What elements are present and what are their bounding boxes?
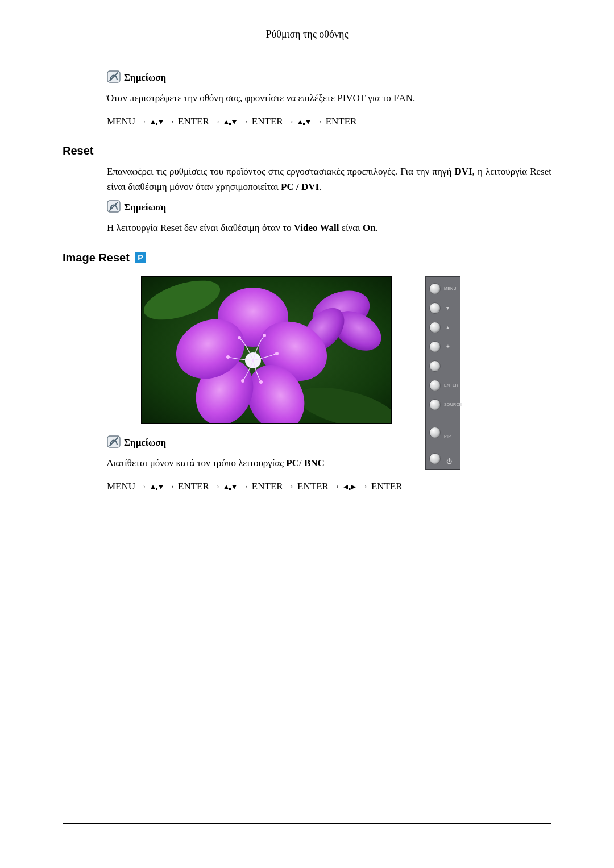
menu-button[interactable] (429, 283, 441, 294)
page: Ρύθμιση της οθόνης Σημείωση Όταν περιστρ… (0, 0, 614, 868)
pivot-nav-sequence: MENU → → ENTER → → ENTER → → ENTER (107, 116, 551, 128)
nav-text: → ENTER → ENTER → (240, 481, 343, 492)
power-button-row: ⏻ (426, 441, 460, 467)
svg-point-24 (241, 379, 244, 383)
enter-button-label: ENTER (444, 383, 458, 387)
reset-note-text: Η λειτουργία Reset δεν είναι διαθέσιμη ό… (107, 221, 551, 235)
pip-button-row: PIP (426, 414, 460, 441)
ir-note-c: / (299, 458, 304, 468)
svg-rect-2 (229, 123, 231, 125)
svg-rect-28 (349, 488, 351, 490)
left-right-icon (343, 482, 356, 493)
image-reset-heading: Image Reset P (63, 251, 551, 265)
note-row: Σημείωση (107, 200, 551, 215)
nav-text: → ENTER → (166, 116, 224, 127)
pivot-text: Όταν περιστρέφετε την οθόνη σας, φροντίσ… (107, 91, 551, 106)
note-row: Σημείωση (107, 70, 551, 85)
note-icon (107, 70, 121, 85)
header-rule (63, 44, 551, 44)
up-down-icon (297, 117, 311, 128)
ir-note-b: PC (286, 458, 299, 468)
svg-point-23 (259, 380, 263, 384)
svg-point-21 (275, 352, 279, 355)
svg-point-22 (226, 355, 230, 359)
image-reset-heading-text: Image Reset (63, 251, 130, 264)
image-reset-block: MENU▾▴+−ENTERSOURCEPIP⏻ Σημείωση Διατίθε… (107, 276, 551, 493)
reset-text: Επαναφέρει τις ρυθμίσεις του προϊόντος σ… (107, 164, 551, 194)
up-button[interactable] (429, 322, 441, 333)
pip-button[interactable] (429, 427, 441, 438)
svg-rect-27 (229, 488, 231, 490)
note-label: Σημείωση (124, 437, 166, 448)
reset-note-d: On (363, 222, 376, 233)
svg-point-19 (238, 336, 241, 339)
footer-rule (63, 823, 551, 824)
menu-button-row: MENU (426, 279, 460, 298)
svg-rect-26 (156, 488, 157, 490)
block-pivot: Σημείωση Όταν περιστρέφετε την οθόνη σας… (107, 70, 551, 128)
note-icon (107, 435, 121, 450)
svg-rect-3 (303, 123, 305, 125)
svg-text:P: P (138, 253, 143, 262)
reset-block: Επαναφέρει τις ρυθμίσεις του προϊόντος σ… (107, 164, 551, 235)
plus-button-row: + (426, 337, 460, 356)
nav-text: MENU → (107, 116, 150, 127)
up-down-icon (223, 482, 237, 493)
minus-button[interactable] (429, 360, 441, 372)
note-label: Σημείωση (124, 202, 166, 213)
menu-button-label: MENU (444, 286, 457, 290)
ir-note-a: Διατίθεται μόνον κατά τον τρόπο λειτουργ… (107, 458, 286, 468)
minus-button-row: − (426, 356, 460, 376)
power-button-glyph: ⏻ (446, 458, 452, 464)
pip-button-label: PIP (444, 434, 451, 438)
source-button-label: SOURCE (444, 402, 462, 406)
nav-text: → ENTER → (166, 481, 224, 492)
ir-note-d: BNC (304, 458, 325, 468)
flower-image (141, 276, 392, 424)
image-reset-figure: MENU▾▴+−ENTERSOURCEPIP⏻ (141, 276, 459, 424)
plus-button-glyph: + (446, 343, 450, 350)
note-label: Σημείωση (124, 72, 166, 83)
reset-note-b: Video Wall (294, 222, 339, 233)
note-icon (107, 200, 121, 215)
enter-button-row: ENTER (426, 376, 460, 395)
down-button-row: ▾ (426, 298, 460, 318)
plus-button[interactable] (429, 341, 441, 352)
reset-note-e: . (376, 222, 378, 233)
nav-text: → ENTER (313, 116, 356, 127)
image-reset-nav-sequence: MENU → → ENTER → → ENTER → ENTER → → ENT… (107, 481, 551, 493)
reset-note-a: Η λειτουργία Reset δεν είναι διαθέσιμη ό… (107, 222, 294, 233)
reset-text-e: . (319, 181, 321, 192)
enter-button[interactable] (429, 380, 441, 391)
nav-text: → ENTER (359, 481, 403, 492)
up-down-icon (223, 117, 237, 128)
up-button-glyph: ▴ (446, 324, 449, 330)
minus-button-glyph: − (446, 363, 450, 369)
reset-heading: Reset (63, 144, 551, 157)
reset-text-a: Επαναφέρει τις ρυθμίσεις του προϊόντος σ… (107, 166, 454, 177)
reset-text-b: DVI (454, 166, 472, 177)
note-row: Σημείωση (107, 435, 551, 450)
down-button-glyph: ▾ (446, 305, 449, 311)
nav-text: → ENTER → (240, 116, 298, 127)
svg-point-20 (263, 334, 266, 337)
page-header-title: Ρύθμιση της οθόνης (63, 28, 551, 40)
svg-rect-1 (156, 123, 157, 125)
source-button-row: SOURCE (426, 395, 460, 414)
down-button[interactable] (429, 302, 441, 314)
reset-note-c: είναι (339, 222, 363, 233)
source-button[interactable] (429, 399, 441, 410)
up-button-row: ▴ (426, 318, 460, 337)
reset-text-d: PC / DVI (281, 181, 319, 192)
image-reset-note: Διατίθεται μόνον κατά τον τρόπο λειτουργ… (107, 456, 551, 471)
nav-text: MENU → (107, 481, 150, 492)
up-down-icon (150, 117, 164, 128)
power-button[interactable] (429, 453, 441, 464)
monitor-control-panel: MENU▾▴+−ENTERSOURCEPIP⏻ (425, 276, 460, 470)
p-badge-icon: P (135, 252, 146, 266)
up-down-icon (150, 482, 164, 493)
